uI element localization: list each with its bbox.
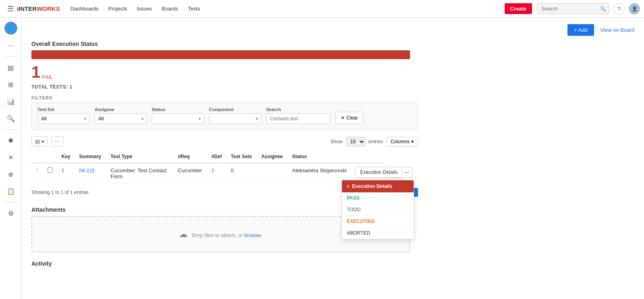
filter-test-set: Test Set All bbox=[37, 107, 90, 124]
col-test-sets: Test Sets bbox=[227, 151, 257, 163]
fail-count: 1 bbox=[31, 64, 40, 80]
sidebar-divider-3 bbox=[4, 202, 18, 202]
assignee-text: Aleksandra Stojanovski bbox=[292, 167, 346, 173]
col-test-type: Test Type bbox=[107, 151, 174, 163]
dropdown-item-todo[interactable]: TODO bbox=[342, 204, 414, 216]
total-tests: TOTAL TESTS: 1 bbox=[31, 84, 410, 90]
sidebar-item-search[interactable]: 🔍 bbox=[3, 111, 19, 126]
dropdown-item-pass[interactable]: PASS bbox=[342, 192, 414, 204]
col-req: #Req bbox=[174, 151, 207, 163]
logo[interactable]: iINTERWORKS bbox=[17, 5, 60, 12]
search-input[interactable] bbox=[537, 3, 609, 14]
drag-handle-icon[interactable]: ⠿ bbox=[35, 168, 39, 173]
avatar[interactable]: 👤 bbox=[629, 3, 640, 14]
add-button[interactable]: + Add bbox=[567, 24, 594, 36]
sidebar-item-star[interactable]: ✱ bbox=[3, 133, 19, 148]
dropdown-item-executing[interactable]: EXECUTING bbox=[342, 216, 414, 227]
sidebar-item-add[interactable]: ⊕ bbox=[3, 167, 19, 182]
col-status: Status bbox=[288, 151, 353, 163]
sidebar-item-more[interactable]: ⋯ bbox=[3, 38, 19, 53]
sidebar-divider bbox=[4, 56, 18, 57]
dropdown-menu: ≡ Execution Details PASS TODO EXECUTING … bbox=[342, 180, 414, 239]
filter-status-select[interactable] bbox=[152, 113, 204, 124]
cell-actions: ▶ ⋯ Execution Details ≡ Execution Detail… bbox=[384, 163, 418, 184]
sidebar-globe-icon[interactable]: 🌐 bbox=[4, 22, 17, 35]
sidebar-item-clipboard[interactable]: 📋 bbox=[3, 184, 19, 199]
filters-row: Test Set All Assignee All Status bbox=[31, 103, 418, 130]
toolbar-left: ▤ ▾ ⋯ bbox=[31, 136, 64, 146]
create-button[interactable]: Create bbox=[505, 3, 532, 14]
activity-section: Activity bbox=[31, 260, 410, 267]
browse-link[interactable]: browse. bbox=[244, 232, 263, 238]
filter-component-label: Component bbox=[209, 107, 261, 112]
hamburger-icon[interactable]: ☰ bbox=[4, 4, 17, 13]
col-drag bbox=[31, 151, 43, 163]
clear-button[interactable]: ✕ Clear bbox=[335, 112, 363, 124]
export-chevron: ▾ bbox=[41, 138, 44, 144]
col-assignee: Assignee bbox=[257, 151, 288, 163]
topnav-links: Dashboards Projects Issues Boards Tests bbox=[66, 4, 204, 13]
filter-assignee: Assignee All bbox=[95, 107, 147, 124]
filter-search-label: Search bbox=[266, 107, 331, 112]
status-section: Overall Execution Status 1 FAIL TOTAL TE… bbox=[31, 41, 410, 90]
def-text: 0 bbox=[231, 167, 234, 173]
sidebar-item-list[interactable]: ▤ bbox=[3, 60, 19, 75]
filter-component-select[interactable] bbox=[209, 113, 261, 124]
fail-row: 1 FAIL bbox=[31, 64, 410, 80]
nav-dashboards[interactable]: Dashboards bbox=[66, 4, 103, 13]
sidebar-item-board[interactable]: ⊞ bbox=[3, 77, 19, 92]
more-actions-btn[interactable]: ⋯ bbox=[51, 136, 64, 146]
main-content: + Add View on Board Overall Execution St… bbox=[22, 18, 644, 299]
filter-status: Status bbox=[152, 107, 204, 124]
col-key: Key bbox=[58, 151, 75, 163]
cell-test-sets bbox=[257, 163, 288, 184]
help-icon[interactable]: ? bbox=[613, 3, 625, 14]
filter-test-set-select[interactable]: All bbox=[37, 113, 90, 124]
table-toolbar: ▤ ▾ ⋯ Show 10 25 50 entries Columns ▾ bbox=[31, 136, 418, 146]
nav-projects[interactable]: Projects bbox=[104, 4, 131, 13]
sidebar-item-cross[interactable]: ✕ bbox=[3, 150, 19, 165]
fail-label: FAIL bbox=[42, 74, 53, 80]
dropdown-header[interactable]: ≡ Execution Details bbox=[342, 180, 414, 192]
col-summary: Summary bbox=[75, 151, 107, 163]
nav-boards[interactable]: Boards bbox=[157, 4, 182, 13]
filter-assignee-select[interactable]: All bbox=[95, 113, 147, 124]
dropdown-header-icon: ≡ bbox=[347, 184, 350, 189]
activity-title: Activity bbox=[31, 260, 410, 267]
show-entries-select[interactable]: 10 25 50 bbox=[346, 137, 365, 146]
req-link[interactable]: 2 bbox=[211, 168, 214, 173]
dropdown-header-label: Execution Details bbox=[352, 184, 392, 189]
sidebar-item-gear[interactable]: ⚙ bbox=[3, 206, 19, 221]
filter-assignee-label: Assignee bbox=[95, 107, 147, 112]
dropdown-item-aborted[interactable]: ABORTED bbox=[342, 227, 414, 239]
upload-icon: ☁ bbox=[179, 229, 188, 239]
view-on-board-link[interactable]: View on Board bbox=[601, 27, 634, 33]
test-type-text: Cucumber bbox=[178, 167, 202, 173]
nav-issues[interactable]: Issues bbox=[133, 4, 156, 13]
col-def: #Def bbox=[207, 151, 227, 163]
cell-number: 1 bbox=[58, 163, 75, 184]
table-row: ⠿ 1 IW-215 Cucumber: Test Contact Form C… bbox=[31, 163, 418, 184]
filter-test-set-label: Test Set bbox=[37, 107, 90, 112]
toolbar-right: Show 10 25 50 entries Columns ▾ bbox=[331, 137, 418, 146]
export-icon: ▤ bbox=[35, 138, 40, 144]
topnav-icons: ? 👤 bbox=[613, 3, 640, 14]
cell-drag: ⠿ bbox=[31, 163, 43, 184]
filters-label: FILTERS bbox=[31, 95, 634, 100]
filter-status-label: Status bbox=[152, 107, 204, 112]
search-icon: 🔍 bbox=[600, 6, 606, 12]
columns-btn[interactable]: Columns ▾ bbox=[386, 137, 418, 146]
filter-search-input[interactable] bbox=[266, 113, 331, 124]
status-bar bbox=[31, 50, 410, 59]
cell-test-type: Cucumber bbox=[174, 163, 207, 184]
data-table: Key Summary Test Type #Req #Def Test Set… bbox=[31, 151, 418, 184]
more-button[interactable]: ⋯ bbox=[401, 167, 412, 178]
summary-text: Cucumber: Test Contact Form bbox=[111, 167, 167, 179]
nav-tests[interactable]: Tests bbox=[184, 4, 204, 13]
export-btn[interactable]: ▤ ▾ bbox=[31, 136, 48, 146]
sidebar-item-chart[interactable]: 📊 bbox=[3, 94, 19, 109]
columns-chevron: ▾ bbox=[411, 139, 414, 144]
key-link[interactable]: IW-215 bbox=[79, 168, 95, 173]
cell-def: 0 bbox=[227, 163, 257, 184]
row-checkbox[interactable] bbox=[48, 167, 53, 173]
